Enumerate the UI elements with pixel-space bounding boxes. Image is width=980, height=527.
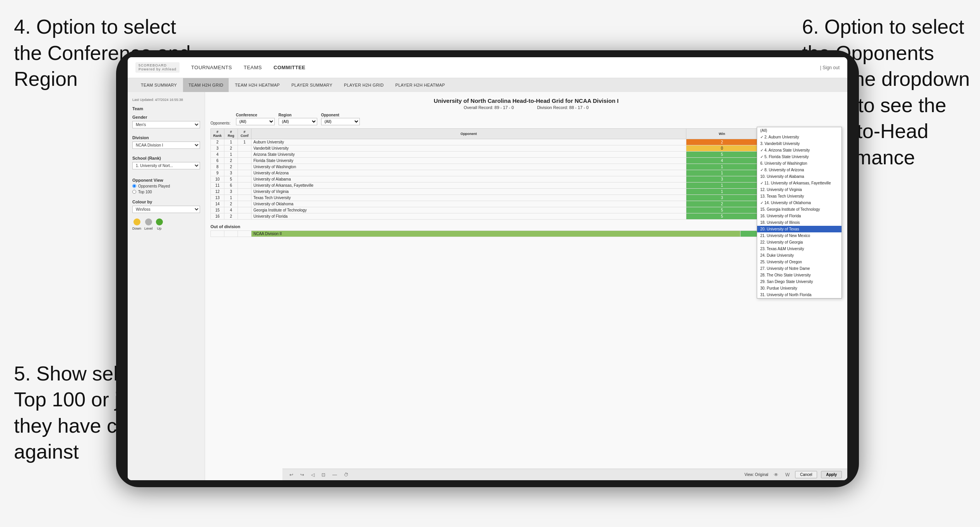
dropdown-item[interactable]: 29. San Diego State University: [757, 278, 841, 285]
cell-reg: 6: [224, 182, 238, 189]
report-title: University of North Carolina Head-to-Hea…: [210, 97, 842, 104]
nav-tournaments[interactable]: TOURNAMENTS: [191, 65, 232, 70]
dropdown-item[interactable]: 27. University of Notre Dame: [757, 265, 841, 272]
cell-rank: 4: [211, 152, 224, 158]
gender-select[interactable]: Men's: [132, 121, 200, 128]
dot-down-label: Down: [132, 227, 141, 230]
school-label: School (Rank): [132, 156, 200, 160]
division-select[interactable]: NCAA Division I: [132, 142, 200, 149]
dot-up: Up: [156, 218, 163, 230]
dropdown-item[interactable]: 16. University of Florida: [757, 213, 841, 219]
dropdown-item[interactable]: 6. University of Washington: [757, 160, 841, 167]
conference-select[interactable]: (All): [236, 118, 275, 125]
cell-win: 1: [686, 170, 758, 176]
cell-rank: 11: [211, 182, 224, 189]
radio-top100[interactable]: Top 100: [132, 190, 200, 194]
cell-conf: [238, 164, 251, 170]
nav-signout[interactable]: | Sign out: [820, 65, 840, 70]
dropdown-item[interactable]: 20. University of Texas: [757, 226, 841, 232]
dropdown-item[interactable]: ✓ 8. University of Arizona: [757, 167, 841, 173]
cell-win: 2: [686, 201, 758, 207]
dropdown-item[interactable]: ✓ 14. University of Oklahoma: [757, 200, 841, 206]
col-reg: #Reg: [224, 129, 238, 139]
cell-rank: 10: [211, 176, 224, 182]
table-row: 2 1 1 Auburn University 2 1: [211, 139, 842, 145]
tab-team-summary[interactable]: TEAM SUMMARY: [135, 78, 182, 92]
apply-button[interactable]: Apply: [821, 471, 842, 478]
tab-team-h2h-heatmap[interactable]: TEAM H2H HEATMAP: [229, 78, 285, 92]
cell-name: Texas Tech University: [251, 195, 686, 201]
dropdown-item[interactable]: ✓ 4. Arizona State University: [757, 147, 841, 153]
toolbar-clock[interactable]: ⏱: [342, 472, 350, 478]
overall-record: Overall Record: 89 - 17 - 0: [464, 105, 514, 110]
dropdown-item[interactable]: 31. University of North Florida: [757, 292, 841, 298]
dropdown-item[interactable]: (All): [757, 127, 841, 134]
opponent-filter: Opponent (All): [321, 113, 360, 125]
cell-name: University of Florida: [251, 213, 686, 220]
out-of-div-table: NCAA Division II 1 0: [210, 230, 842, 237]
toolbar-eye[interactable]: 👁: [772, 472, 780, 478]
app-logo: 5COREBOARD Powered by Athlead: [135, 62, 180, 73]
toolbar-redo[interactable]: ↪: [299, 472, 306, 478]
radio-opponents-played[interactable]: Opponents Played: [132, 184, 200, 188]
dropdown-item[interactable]: 18. University of Illinois: [757, 219, 841, 226]
cell-name: Vanderbilt University: [251, 145, 686, 152]
cell-rank: 6: [211, 158, 224, 164]
tab-player-h2h-grid[interactable]: PLAYER H2H GRID: [339, 78, 389, 92]
cell-win: 2: [686, 139, 758, 145]
tab-team-h2h-grid[interactable]: TEAM H2H GRID: [183, 78, 229, 92]
dropdown-item[interactable]: 28. The Ohio State University: [757, 272, 841, 278]
toolbar-w[interactable]: W: [784, 472, 791, 478]
cancel-button[interactable]: Cancel: [795, 471, 817, 478]
cell-rank: 16: [211, 213, 224, 220]
opponent-label: Opponent: [321, 113, 360, 117]
dropdown-item[interactable]: ✓ 2. Auburn University: [757, 134, 841, 140]
cell-name: Georgia Institute of Technology: [251, 207, 686, 213]
toolbar-undo[interactable]: ↩: [288, 472, 295, 478]
opponent-select[interactable]: (All): [321, 118, 360, 125]
tab-player-summary[interactable]: PLAYER SUMMARY: [286, 78, 338, 92]
dropdown-item[interactable]: ✓ 11. University of Arkansas, Fayettevil…: [757, 180, 841, 186]
cell-win: 3: [686, 195, 758, 201]
dropdown-item[interactable]: 21. University of New Mexico: [757, 232, 841, 239]
dot-up-label: Up: [157, 227, 162, 230]
dropdown-item[interactable]: 22. University of Georgia: [757, 239, 841, 246]
cell-conf: [238, 207, 251, 213]
h2h-table: #Rank #Reg #Conf Opponent Win Loss 2 1 1…: [210, 128, 842, 220]
tablet-shell: 5COREBOARD Powered by Athlead TOURNAMENT…: [116, 50, 859, 487]
dropdown-item[interactable]: 24. Duke University: [757, 252, 841, 259]
dropdown-item[interactable]: 12. University of Virginia: [757, 186, 841, 193]
toolbar: ↩ ↪ ◁ ⊡ — ⏱ View: Original 👁 W Cancel Ap…: [282, 469, 847, 480]
dropdown-item[interactable]: 13. Texas Tech University: [757, 193, 841, 200]
dropdown-item[interactable]: 3. Vanderbilt University: [757, 140, 841, 147]
nav-committee[interactable]: COMMITTEE: [274, 65, 306, 70]
dropdown-item[interactable]: 30. Purdue University: [757, 285, 841, 292]
cell-name: University of Oklahoma: [251, 201, 686, 207]
dropdown-item[interactable]: 10. University of Alabama: [757, 173, 841, 180]
dropdown-item[interactable]: 23. Texas A&M University: [757, 246, 841, 252]
toolbar-dash[interactable]: —: [331, 472, 339, 478]
cell-win: 4: [686, 158, 758, 164]
nav-links: TOURNAMENTS TEAMS COMMITTEE: [191, 65, 305, 70]
toolbar-crop[interactable]: ⊡: [320, 472, 327, 478]
cell-conf: 1: [238, 139, 251, 145]
cell-conf: [238, 201, 251, 207]
report-header: University of North Carolina Head-to-Hea…: [210, 97, 842, 110]
dropdown-item[interactable]: 15. Georgia Institute of Technology: [757, 206, 841, 213]
table-row: 6 2 Florida State University 4 2: [211, 158, 842, 164]
dropdown-item[interactable]: ✓ 5. Florida State University: [757, 153, 841, 160]
cell-win: 5: [686, 207, 758, 213]
opponent-dropdown[interactable]: (All)✓ 2. Auburn University3. Vanderbilt…: [757, 127, 842, 298]
cell-win: 1: [686, 182, 758, 189]
school-select[interactable]: 1. University of Nort...: [132, 162, 200, 169]
cell-conf: [238, 170, 251, 176]
cell-name: University of Arizona: [251, 170, 686, 176]
cell-win: 5: [686, 213, 758, 220]
tab-player-h2h-heatmap[interactable]: PLAYER H2H HEATMAP: [390, 78, 450, 92]
nav-teams[interactable]: TEAMS: [244, 65, 262, 70]
region-select[interactable]: (All): [279, 118, 317, 125]
colour-select[interactable]: Win/loss: [132, 206, 200, 213]
dot-gray: [145, 218, 152, 225]
toolbar-back[interactable]: ◁: [310, 472, 316, 478]
dropdown-item[interactable]: 25. University of Oregon: [757, 259, 841, 265]
